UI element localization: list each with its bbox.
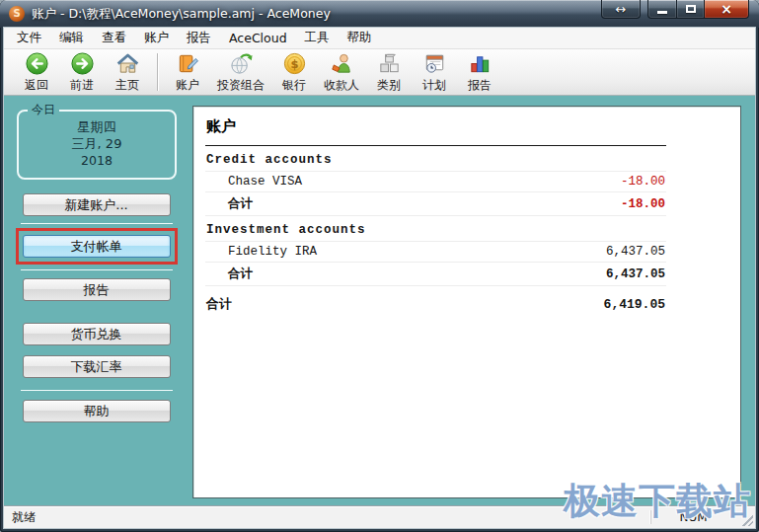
toolbar-accounts-label: 账户 — [176, 77, 199, 94]
menu-bar: 文件 编辑 查看 账户 报告 AceCloud 工具 帮助 — [4, 28, 755, 49]
account-name[interactable]: Chase VISA — [205, 175, 302, 189]
toolbar: 返回 前进 主页 账户 — [4, 49, 755, 96]
today-year: 2018 — [23, 153, 171, 169]
toolbar-schedule-label: 计划 — [422, 77, 446, 94]
menu-edit[interactable]: 编辑 — [50, 28, 93, 48]
toolbar-separator — [157, 53, 158, 91]
grand-total-row: 合计 6,419.05 — [205, 286, 666, 313]
account-balance: -18.00 — [621, 175, 666, 189]
minimize-icon — [657, 11, 667, 14]
account-balance: 6,437.05 — [606, 245, 666, 259]
content-area: 今日 星期四 三月, 29 2018 新建账户... 支付帐单 报告 货币兑换 … — [4, 96, 755, 505]
accounts-panel: 账户 Credit accounts Chase VISA -18.00 合计 … — [192, 106, 741, 498]
maximize-icon — [686, 5, 696, 13]
today-weekday: 星期四 — [23, 119, 171, 136]
forward-icon — [70, 51, 95, 76]
menu-reports[interactable]: 报告 — [178, 28, 220, 48]
grand-total-label: 合计 — [206, 295, 232, 313]
total-label: 合计 — [205, 266, 253, 282]
resize-grip-icon[interactable] — [739, 512, 753, 526]
investment-total-row: 合计 6,437.05 — [205, 263, 666, 286]
toolbar-home[interactable]: 主页 — [105, 50, 150, 94]
group-investment-accounts: Investment accounts — [205, 216, 666, 242]
pay-bills-button[interactable]: 支付帐单 — [23, 235, 171, 258]
app-icon: S — [9, 6, 25, 22]
currency-exchange-button[interactable]: 货币兑换 — [23, 323, 171, 345]
accounts-title: 账户 — [205, 114, 666, 146]
window-body: 文件 编辑 查看 账户 报告 AceCloud 工具 帮助 返回 前进 — [4, 28, 755, 528]
toolbar-bank[interactable]: $ 银行 — [271, 50, 317, 94]
annotation-highlight-box: 支付帐单 — [16, 228, 178, 265]
group-credit-accounts: Credit accounts — [205, 146, 666, 172]
menu-help[interactable]: 帮助 — [339, 28, 381, 48]
today-legend: 今日 — [28, 102, 59, 118]
toolbar-schedule[interactable]: 计划 — [412, 50, 457, 94]
menu-file[interactable]: 文件 — [8, 28, 50, 48]
toolbar-payees-label: 收款人 — [324, 77, 359, 94]
today-panel: 今日 星期四 三月, 29 2018 — [17, 102, 177, 180]
toolbar-forward[interactable]: 前进 — [59, 50, 105, 94]
account-name[interactable]: Fidelity IRA — [205, 245, 317, 259]
back-icon — [25, 51, 49, 76]
reports-icon — [468, 51, 493, 76]
new-account-button[interactable]: 新建账户... — [23, 193, 171, 216]
menu-tools[interactable]: 工具 — [296, 28, 339, 48]
svg-text:$: $ — [290, 56, 298, 70]
toolbar-forward-label: 前进 — [70, 77, 94, 94]
window-controls: ↔ × — [601, 0, 749, 19]
window-title: 账户 - D:\教程\AceMoney\sample.amj - AceMone… — [32, 6, 331, 23]
menu-accounts[interactable]: 账户 — [135, 28, 178, 48]
acemoney-window: S 账户 - D:\教程\AceMoney\sample.amj - AceMo… — [0, 0, 759, 532]
home-icon — [115, 51, 140, 76]
accounts-table: Credit accounts Chase VISA -18.00 合计 -18… — [205, 146, 666, 313]
toolbar-categories[interactable]: 类别 — [366, 50, 412, 94]
download-rates-button[interactable]: 下载汇率 — [23, 355, 171, 378]
titlebar[interactable]: S 账户 - D:\教程\AceMoney\sample.amj - AceMo… — [0, 0, 759, 28]
menu-view[interactable]: 查看 — [93, 28, 135, 48]
account-row-fidelity-ira[interactable]: Fidelity IRA 6,437.05 — [205, 242, 666, 263]
sidebar-divider — [21, 223, 173, 224]
total-value: -18.00 — [621, 197, 666, 211]
account-row-chase-visa[interactable]: Chase VISA -18.00 — [205, 172, 666, 192]
toolbar-back[interactable]: 返回 — [14, 50, 59, 94]
minimize-button[interactable] — [647, 0, 677, 19]
total-label: 合计 — [205, 195, 253, 212]
grand-total-value: 6,419.05 — [604, 297, 666, 312]
sidebar-divider — [21, 390, 173, 391]
toolbar-reports[interactable]: 报告 — [457, 50, 502, 94]
sidebar: 今日 星期四 三月, 29 2018 新建账户... 支付帐单 报告 货币兑换 … — [4, 96, 189, 505]
reports-button[interactable]: 报告 — [23, 278, 171, 301]
help-button[interactable]: 帮助 — [23, 400, 171, 422]
toolbar-portfolio[interactable]: 投资组合 — [210, 50, 271, 94]
close-button[interactable]: × — [704, 0, 749, 19]
toolbar-portfolio-label: 投资组合 — [217, 77, 265, 94]
schedule-icon — [422, 51, 447, 76]
num-lock-indicator: NUM — [650, 510, 735, 524]
portfolio-icon — [229, 51, 254, 76]
categories-icon — [377, 51, 402, 76]
bank-icon: $ — [282, 51, 307, 76]
toolbar-bank-label: 银行 — [282, 77, 306, 94]
toolbar-reports-label: 报告 — [468, 77, 492, 94]
toolbar-categories-label: 类别 — [377, 77, 401, 94]
toolbar-payees[interactable]: 收款人 — [317, 50, 366, 94]
maximize-button[interactable] — [676, 0, 705, 19]
swap-window-button[interactable]: ↔ — [601, 0, 641, 19]
menu-acecloud[interactable]: AceCloud — [220, 29, 296, 47]
accounts-icon — [176, 51, 200, 76]
today-date: 三月, 29 — [23, 136, 171, 153]
toolbar-back-label: 返回 — [25, 77, 48, 94]
toolbar-accounts[interactable]: 账户 — [165, 50, 210, 94]
status-text: 就绪 — [4, 509, 650, 526]
total-value: 6,437.05 — [606, 267, 666, 281]
toolbar-home-label: 主页 — [115, 77, 139, 94]
status-bar: 就绪 NUM — [4, 505, 755, 528]
credit-total-row: 合计 -18.00 — [205, 192, 666, 216]
payees-icon — [330, 51, 354, 76]
sidebar-divider — [21, 269, 173, 270]
